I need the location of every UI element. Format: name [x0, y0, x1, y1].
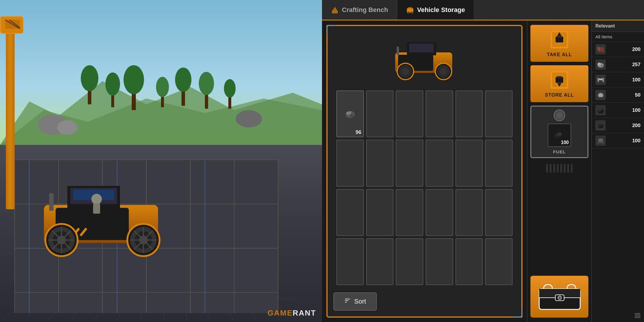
grid-cell-2[interactable] — [396, 90, 423, 137]
fuel-label: FUEL — [553, 149, 566, 154]
all-items-label: All Items — [595, 34, 612, 39]
vehicle-storage-icon — [406, 6, 414, 14]
ore-icon — [595, 59, 606, 70]
vehicle-thumbnail — [333, 32, 515, 85]
grid-cell-16[interactable] — [455, 189, 483, 236]
grid-cell-15[interactable] — [426, 189, 453, 236]
svg-point-9 — [156, 77, 169, 97]
fuel-item[interactable]: 100 — [548, 124, 571, 147]
main-vehicle — [32, 176, 173, 258]
take-all-button[interactable]: TAKE ALL — [530, 25, 588, 62]
stone-icon — [595, 90, 606, 100]
svg-point-49 — [91, 194, 102, 204]
item-0-count: 96 — [356, 129, 362, 136]
inventory-grid: 96 — [333, 88, 515, 288]
sidebar-bottom — [592, 309, 644, 322]
tab-vehicle-storage[interactable]: Vehicle Storage — [397, 0, 474, 20]
vehicle-storage-label: Vehicle Storage — [417, 6, 465, 14]
crafting-bench-icon — [331, 6, 339, 14]
game-view: GAMERANT — [0, 0, 322, 322]
storage-panel: 96 — [326, 25, 523, 318]
sidebar-item-coal[interactable]: 100 — [592, 103, 644, 118]
sidebar-item-metal[interactable]: 100 — [592, 72, 644, 88]
svg-rect-69 — [49, 193, 54, 211]
store-all-label: STORE ALL — [545, 93, 574, 98]
sidebar-all-items[interactable]: All Items — [592, 32, 644, 42]
big-storage-button[interactable] — [530, 276, 588, 318]
grid-cell-6[interactable] — [336, 140, 364, 186]
sidebar-header: Relevant — [592, 20, 644, 32]
coal-icon — [595, 105, 606, 115]
watermark-text1: GAME — [268, 309, 293, 317]
sidebar-item-stone[interactable]: 50 — [592, 88, 644, 103]
fuel-count: 100 — [561, 140, 569, 145]
svg-point-135 — [601, 124, 604, 127]
grid-cell-3[interactable] — [426, 90, 453, 137]
fuel-knob — [554, 109, 565, 121]
grid-cell-23[interactable] — [485, 238, 513, 285]
grid-cell-20[interactable] — [396, 238, 423, 285]
grid-cell-18[interactable] — [336, 238, 364, 285]
tab-bar: Crafting Bench Vehicle Storage — [322, 0, 644, 20]
coal2-count: 200 — [632, 123, 640, 129]
vent-slots — [530, 162, 588, 175]
watermark-text2: RANT — [293, 309, 316, 317]
grid-cell-1[interactable] — [366, 90, 394, 137]
grid-cell-5[interactable] — [485, 90, 513, 137]
grid-cell-8[interactable] — [396, 140, 423, 186]
svg-rect-50 — [93, 203, 100, 214]
svg-rect-138 — [597, 142, 604, 143]
metal-count: 100 — [632, 77, 640, 83]
grid-cell-22[interactable] — [455, 238, 483, 285]
grid-cell-9[interactable] — [426, 140, 453, 186]
svg-point-15 — [224, 79, 236, 97]
sidebar-item-log[interactable]: 200 — [592, 42, 644, 57]
svg-point-82 — [402, 68, 409, 75]
tab-crafting-bench[interactable]: Crafting Bench — [322, 0, 397, 20]
resource-count: 100 — [632, 138, 640, 144]
grid-cell-13[interactable] — [366, 189, 394, 236]
svg-rect-73 — [408, 7, 412, 9]
ore-count: 257 — [632, 62, 640, 68]
svg-point-7 — [124, 65, 144, 94]
svg-point-123 — [598, 63, 599, 64]
svg-point-134 — [598, 124, 601, 126]
grid-cell-21[interactable] — [426, 238, 453, 285]
store-all-button[interactable]: STORE ALL — [530, 65, 588, 102]
sort-button[interactable]: Sort — [333, 292, 377, 311]
sidebar-item-ore[interactable]: 257 — [592, 57, 644, 72]
grid-cell-14[interactable] — [396, 189, 423, 236]
fuel-slot: 100 FUEL — [530, 106, 588, 158]
action-panel: TAKE ALL STORE ALL — [527, 20, 591, 322]
svg-rect-126 — [602, 78, 604, 82]
svg-rect-100 — [557, 36, 562, 37]
crafting-bench-label: Crafting Bench — [342, 6, 388, 14]
grid-cell-19[interactable] — [366, 238, 394, 285]
grid-cell-11[interactable] — [485, 140, 513, 186]
svg-point-86 — [440, 68, 447, 75]
grid-cell-7[interactable] — [366, 140, 394, 186]
svg-point-116 — [558, 296, 561, 299]
svg-point-13 — [199, 72, 214, 95]
sort-label: Sort — [354, 298, 366, 305]
svg-point-122 — [601, 65, 604, 67]
svg-rect-88 — [397, 47, 399, 55]
sidebar-item-coal2[interactable]: 200 — [592, 118, 644, 133]
grid-cell-4[interactable] — [455, 90, 483, 137]
gamerant-watermark: GAMERANT — [268, 309, 316, 318]
ore-item-icon — [343, 107, 357, 121]
sort-icon — [344, 297, 351, 306]
grid-cell-0[interactable]: 96 — [336, 90, 364, 137]
resource-icon — [595, 136, 606, 146]
take-all-label: TAKE ALL — [547, 52, 572, 57]
main-content: 96 — [322, 20, 644, 322]
grid-cell-10[interactable] — [455, 140, 483, 186]
svg-rect-137 — [599, 139, 603, 141]
grid-cell-17[interactable] — [485, 189, 513, 236]
sidebar-item-resource[interactable]: 100 — [592, 133, 644, 148]
grid-cell-12[interactable] — [336, 189, 364, 236]
svg-point-121 — [597, 63, 601, 66]
metal-icon — [595, 75, 606, 85]
svg-point-132 — [599, 108, 602, 110]
log-icon — [595, 44, 606, 54]
